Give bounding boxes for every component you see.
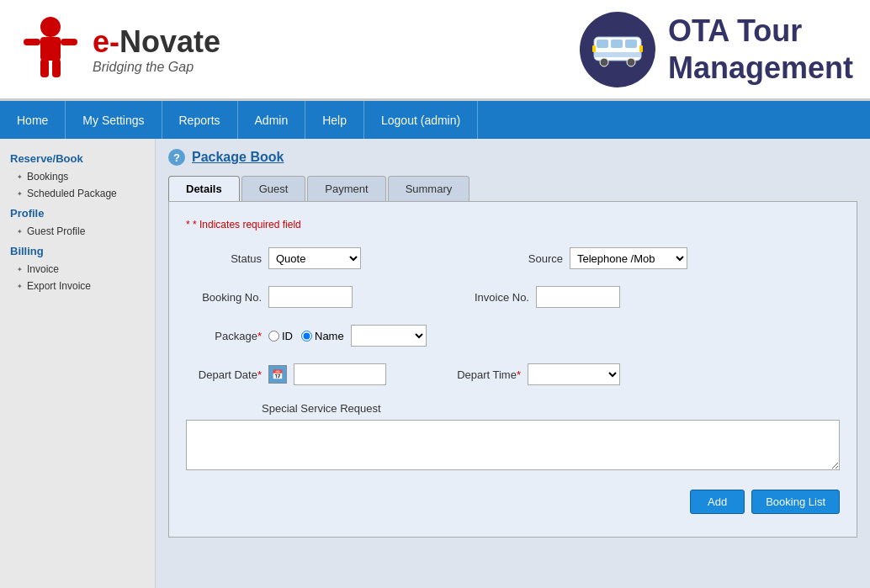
sidebar-item-guest-profile[interactable]: Guest Profile (0, 223, 155, 240)
source-label: Source (487, 252, 563, 265)
special-service-textarea[interactable] (186, 420, 840, 470)
buttons-row: Add Booking List (186, 490, 840, 514)
form-row-booking-invoice: Booking No. Invoice No. (186, 286, 840, 308)
form-group-depart-date: Depart Date* 📅 (186, 363, 386, 385)
nav-logout[interactable]: Logout (admin) (364, 101, 478, 139)
ota-title: OTA TourManagement (668, 13, 853, 85)
sidebar-section-reserve-book: Reserve/Book (0, 147, 155, 168)
page-title: Package Book (192, 150, 284, 165)
package-radio-id-text: ID (282, 330, 293, 342)
package-radio-id[interactable] (268, 331, 279, 342)
nav-admin[interactable]: Admin (238, 101, 306, 139)
package-radio-group: ID Name (268, 330, 344, 342)
svg-rect-14 (639, 45, 643, 52)
form-panel: * * Indicates required field Status Quot… (168, 201, 857, 538)
sidebar-item-invoice[interactable]: Invoice (0, 261, 155, 278)
source-select[interactable]: Telephone /Mob Email Walk-in Online (570, 247, 687, 269)
sidebar-section-profile: Profile (0, 202, 155, 223)
special-service-section: Special Service Request (186, 402, 840, 473)
svg-rect-3 (61, 39, 77, 45)
svg-point-12 (627, 58, 635, 66)
page-title-row: ? Package Book (168, 149, 857, 166)
booking-no-input[interactable] (268, 286, 353, 308)
form-row-package: Package* ID Name (186, 325, 840, 347)
required-note: * * Indicates required field (186, 219, 840, 230)
add-button[interactable]: Add (690, 490, 745, 514)
sidebar-item-export-invoice[interactable]: Export Invoice (0, 278, 155, 294)
nav-home[interactable]: Home (0, 101, 66, 139)
bus-icon-circle (580, 12, 655, 87)
booking-list-button[interactable]: Booking List (751, 490, 840, 514)
form-row-depart: Depart Date* 📅 Depart Time* (186, 363, 840, 385)
form-group-status: Status Quote Confirmed Cancelled (186, 247, 361, 269)
tabs: Details Guest Payment Summary (168, 176, 857, 201)
form-group-invoice-no: Invoice No. (454, 286, 620, 308)
nav-my-settings[interactable]: My Settings (66, 101, 162, 139)
nav-help[interactable]: Help (305, 101, 364, 139)
logo-text: e-Novate Bridging the Gap (93, 24, 220, 75)
logo-enovate-text: e-Novate (93, 24, 220, 60)
bus-icon (592, 30, 643, 68)
sidebar-item-scheduled-package[interactable]: Scheduled Package (0, 185, 155, 202)
svg-rect-10 (594, 52, 641, 57)
depart-date-input[interactable] (294, 363, 386, 385)
form-group-source: Source Telephone /Mob Email Walk-in Onli… (487, 247, 687, 269)
required-text: * Indicates required field (193, 219, 301, 230)
tab-guest[interactable]: Guest (241, 176, 306, 201)
invoice-no-label: Invoice No. (454, 291, 529, 304)
tab-payment[interactable]: Payment (307, 176, 385, 201)
help-icon[interactable]: ? (168, 149, 185, 166)
status-select[interactable]: Quote Confirmed Cancelled (268, 247, 361, 269)
booking-no-label: Booking No. (186, 291, 262, 304)
sidebar-section-billing: Billing (0, 240, 155, 261)
depart-date-label: Depart Date* (186, 368, 262, 381)
svg-rect-2 (24, 39, 40, 45)
invoice-no-input[interactable] (536, 286, 620, 308)
svg-point-0 (40, 17, 61, 37)
main-nav: Home My Settings Reports Admin Help Logo… (0, 101, 870, 139)
svg-rect-5 (52, 59, 61, 77)
depart-time-select[interactable] (528, 363, 620, 385)
package-radio-id-label[interactable]: ID (268, 330, 293, 342)
required-asterisk: * (186, 219, 193, 230)
logo-tagline: Bridging the Gap (93, 60, 220, 75)
header: e-Novate Bridging the Gap OTA TourManage… (0, 0, 870, 101)
content-area: ? Package Book Details Guest Payment Sum… (156, 139, 870, 588)
tab-details[interactable]: Details (168, 176, 240, 201)
package-select[interactable] (351, 325, 427, 347)
package-label: Package* (186, 330, 262, 342)
form-row-status-source: Status Quote Confirmed Cancelled Source … (186, 247, 840, 269)
package-radio-name[interactable] (301, 331, 312, 342)
sidebar-item-bookings[interactable]: Bookings (0, 168, 155, 185)
form-group-depart-time: Depart Time* (445, 363, 620, 385)
logo-left: e-Novate Bridging the Gap (17, 12, 220, 87)
svg-rect-8 (611, 40, 623, 48)
status-label: Status (186, 252, 262, 265)
svg-point-11 (600, 58, 608, 66)
tab-summary[interactable]: Summary (388, 176, 470, 201)
form-group-booking-no: Booking No. (186, 286, 353, 308)
nav-reports[interactable]: Reports (162, 101, 238, 139)
package-radio-name-label[interactable]: Name (301, 330, 344, 342)
svg-rect-4 (40, 59, 49, 77)
svg-rect-9 (625, 40, 637, 48)
svg-rect-1 (40, 37, 61, 61)
special-service-label: Special Service Request (186, 402, 840, 415)
svg-rect-13 (592, 45, 596, 52)
package-radio-name-text: Name (315, 330, 344, 342)
logo-right: OTA TourManagement (580, 12, 853, 87)
svg-rect-7 (597, 40, 608, 48)
sidebar: Reserve/Book Bookings Scheduled Package … (0, 139, 156, 588)
main-layout: Reserve/Book Bookings Scheduled Package … (0, 139, 870, 588)
depart-time-label: Depart Time* (445, 368, 521, 381)
enovate-logo-icon (17, 12, 84, 87)
form-group-package: Package* ID Name (186, 325, 427, 347)
calendar-icon[interactable]: 📅 (268, 365, 287, 384)
